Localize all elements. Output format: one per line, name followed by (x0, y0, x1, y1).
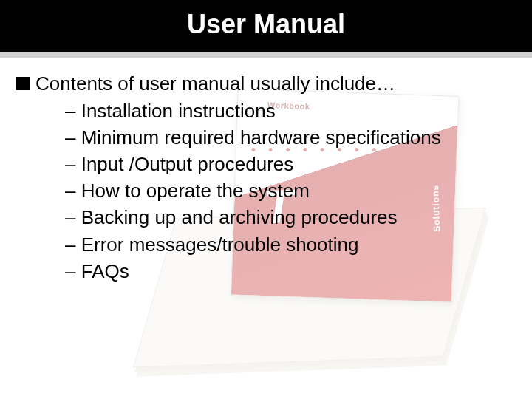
list-item-text: Input /Output procedures (81, 153, 294, 175)
list-item: – How to operate the system (65, 178, 516, 204)
square-bullet-icon (16, 77, 30, 90)
list-item-text: How to operate the system (81, 180, 310, 202)
lead-bullet-row: Contents of user manual usually include… (16, 71, 516, 97)
list-item-text: Minimum required hardware specifications (81, 126, 441, 149)
list-item: – FAQs (65, 259, 516, 284)
list-item-text: Error messages/trouble shooting (81, 233, 359, 256)
list-item: – Minimum required hardware specificatio… (65, 125, 516, 151)
sub-list: – Installation instructions – Minimum re… (16, 98, 516, 284)
list-item-text: Backing up and archiving procedures (81, 206, 398, 228)
lead-text: Contents of user manual usually include… (35, 71, 395, 97)
slide-title-bar: User Manual (0, 0, 532, 52)
list-item: – Error messages/trouble shooting (65, 232, 516, 258)
list-item-text: FAQs (81, 260, 129, 282)
list-item: – Installation instructions (65, 98, 516, 124)
list-item-text: Installation instructions (81, 100, 276, 122)
content-area: Contents of user manual usually include…… (0, 52, 532, 284)
slide-title: User Manual (187, 9, 345, 39)
list-item: – Input /Output procedures (65, 151, 516, 177)
list-item: – Backing up and archiving procedures (65, 205, 516, 231)
